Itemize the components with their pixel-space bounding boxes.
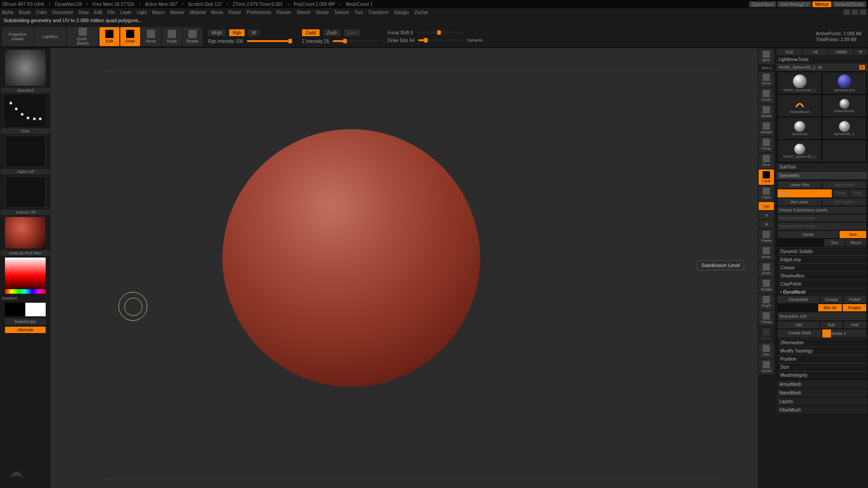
position-section[interactable]: Position xyxy=(778,355,866,363)
menu-draw[interactable]: Draw xyxy=(78,10,89,15)
fibermesh-section[interactable]: FiberMesh xyxy=(777,406,867,414)
quicksketch-button[interactable]: Quick Sketch xyxy=(67,27,99,46)
menu-macro[interactable]: Macro xyxy=(152,10,165,15)
alternate-button[interactable]: Alternate xyxy=(5,327,46,333)
polish-button[interactable]: Polish xyxy=(844,296,866,303)
create-shell-button[interactable]: Create Shell xyxy=(778,329,821,338)
frame-button[interactable]: Frame xyxy=(759,229,774,244)
mrgb-button[interactable]: Mrgb xyxy=(208,29,226,36)
thickness-slider[interactable]: Thickness 4 xyxy=(822,329,866,338)
tool-pm3d-sphere-2[interactable]: PM3D_Sphere3D_1 xyxy=(778,140,821,162)
suv-button[interactable]: Suv xyxy=(824,239,844,246)
tool-pm3d-sphere[interactable]: PM3D_Sphere3D_1 xyxy=(778,72,821,94)
nanomesh-section[interactable]: NanoMesh xyxy=(777,389,867,397)
dynamic-label[interactable]: Dynamic xyxy=(467,38,483,42)
reuv-button[interactable]: ReUV xyxy=(846,239,866,246)
quicksave-button[interactable]: QuickSave xyxy=(749,1,776,7)
paqe-button[interactable]: Paqe xyxy=(833,189,849,197)
tool-r-button[interactable]: R xyxy=(859,65,865,70)
resolution-slider[interactable]: Resolution 128 xyxy=(778,312,866,320)
menu-brush[interactable]: Brush xyxy=(19,10,31,15)
project-button[interactable]: Project xyxy=(843,304,866,311)
dynamic-subdiv-section[interactable]: Dynamic Subdiv xyxy=(778,247,866,255)
menu-color[interactable]: Color xyxy=(36,10,47,15)
menu-texture[interactable]: Texture xyxy=(334,10,349,15)
spix-label[interactable]: SPix 3 xyxy=(759,65,775,71)
focal-shift-slider[interactable] xyxy=(416,32,462,33)
polyf-button[interactable]: PolyF xyxy=(759,294,774,310)
close-icon[interactable] xyxy=(860,9,866,15)
sphere-mesh[interactable] xyxy=(222,129,480,387)
menu-document[interactable]: Document xyxy=(52,10,73,15)
m-button[interactable]: M xyxy=(248,29,259,36)
divide-button[interactable]: Divide xyxy=(778,231,839,238)
layers-section[interactable]: Layers xyxy=(777,398,867,406)
local-button[interactable]: Local xyxy=(759,169,774,185)
menu-alpha[interactable]: Alpha xyxy=(2,10,14,15)
tool-spherebrush[interactable]: SphereBrush xyxy=(822,72,866,94)
dynamesh-button[interactable]: DynaMesh xyxy=(778,296,819,303)
dynamesh-section[interactable]: DynaMesh xyxy=(778,288,866,296)
menu-zscript[interactable]: Zscript xyxy=(414,10,428,15)
transp-button[interactable]: Transp xyxy=(759,310,774,326)
zoom-button[interactable]: Zoom xyxy=(759,88,774,103)
floor-button[interactable]: Floor xyxy=(759,153,774,169)
tool-sphere3d[interactable]: Sphere3D xyxy=(778,117,821,139)
rgb-intensity-slider[interactable] xyxy=(247,40,292,42)
strip-move-button[interactable]: Move xyxy=(759,245,774,261)
menu-material[interactable]: Material xyxy=(190,10,206,15)
sdiv-slider[interactable]: SDiv 8 xyxy=(778,189,832,197)
lower-res-button[interactable]: Lower Res xyxy=(778,181,821,188)
menu-tool[interactable]: Tool xyxy=(354,10,363,15)
tool-simplebrush[interactable]: SimpleBrush xyxy=(778,95,821,117)
seethrough-slider[interactable]: See-through 0 xyxy=(777,1,811,7)
bpr-button[interactable]: BPR xyxy=(759,49,774,64)
menu-light[interactable]: Light xyxy=(137,10,147,15)
draw-button[interactable]: Draw xyxy=(120,27,140,46)
menu-stroke[interactable]: Stroke xyxy=(316,10,329,15)
menu-movie[interactable]: Movie xyxy=(211,10,223,15)
aahalf-button[interactable]: AAHalf xyxy=(759,121,774,136)
persp-button[interactable]: Persp xyxy=(759,137,774,152)
frame-zoom-button[interactable]: ⊕ xyxy=(759,220,774,228)
menu-stencil[interactable]: Stencil xyxy=(297,10,310,15)
blur-slider[interactable]: Blur 28 xyxy=(818,304,842,311)
lsym-button[interactable]: LSym xyxy=(759,186,774,201)
smt-button[interactable]: Smt xyxy=(840,231,866,238)
reconstruct-button[interactable]: Reconstruct Subdiv xyxy=(778,215,866,222)
geometry-section[interactable]: Geometry xyxy=(777,172,867,180)
scale-button[interactable]: Scale xyxy=(162,27,182,46)
r-tab[interactable]: R xyxy=(854,49,867,55)
switch-color-button[interactable]: SwitchColor xyxy=(5,319,46,325)
rstr-button[interactable]: Rstr xyxy=(850,189,866,197)
strip-rotate-button[interactable]: Rotate xyxy=(759,278,774,293)
swatch-black[interactable] xyxy=(5,303,25,316)
lightbox-button[interactable]: LightBox xyxy=(34,27,66,46)
del-lower-button[interactable]: Del Lower xyxy=(778,198,821,206)
arraymesh-section[interactable]: ArrayMesh xyxy=(777,380,867,389)
convert-bpr-button[interactable]: Convert BPR To Geo xyxy=(778,223,866,230)
menu-edit[interactable]: Edit xyxy=(94,10,102,15)
menus-button[interactable]: Menus xyxy=(812,1,831,7)
higher-res-button[interactable]: Higher Res xyxy=(822,181,866,188)
z-intensity-slider[interactable] xyxy=(333,40,378,42)
default-script[interactable]: DefaultZScript xyxy=(832,1,866,7)
modify-topology-section[interactable]: Modify Topology xyxy=(778,347,866,355)
freeze-subdiv-button[interactable]: Freeze SubDivision Levels xyxy=(778,206,866,214)
menu-render[interactable]: Render xyxy=(277,10,292,15)
goz-tab[interactable]: GoZ xyxy=(777,49,802,55)
groups-button[interactable]: Groups xyxy=(820,296,843,303)
crease-section[interactable]: Crease xyxy=(778,263,866,272)
menu-marker[interactable]: Marker xyxy=(170,10,184,15)
rotate-button[interactable]: Rotate xyxy=(183,27,203,46)
frame-rotate-button[interactable]: ⟲ xyxy=(759,211,774,219)
move-button[interactable]: Move xyxy=(141,27,161,46)
stroke-preview[interactable] xyxy=(5,95,46,127)
canvas[interactable]: Subdivision Level xyxy=(51,48,758,488)
shadowbox-section[interactable]: ShadowBox xyxy=(778,272,866,280)
scroll-button[interactable]: Scroll xyxy=(759,72,774,87)
swatch-white[interactable] xyxy=(25,303,46,316)
menu-transform[interactable]: Transform xyxy=(368,10,388,15)
solo-button[interactable]: Solo xyxy=(759,343,774,358)
tool-erazerbrush[interactable]: ErazerBrush xyxy=(822,95,866,117)
